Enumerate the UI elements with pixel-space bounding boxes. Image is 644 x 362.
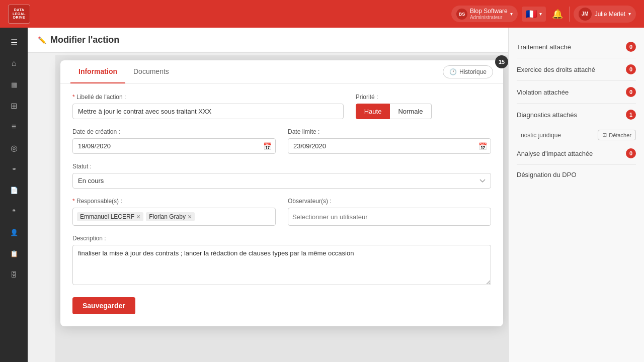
sidebar-item-calendar[interactable]: ▦	[5, 75, 24, 94]
date-creation-wrapper: 📅	[72, 138, 276, 154]
priorite-label: Priorité :	[356, 94, 491, 101]
description-label: Description :	[72, 235, 491, 242]
observateurs-search[interactable]	[292, 213, 487, 221]
responsables-label: * Responsable(s) :	[72, 198, 276, 205]
libelle-input[interactable]	[72, 104, 344, 119]
tag-graby-label: Florian Graby	[149, 213, 186, 220]
user-button[interactable]: JM Julie Merlet ▾	[574, 6, 636, 23]
tag-graby: Florian Graby ×	[146, 212, 195, 221]
logo-line3: DRIVE	[13, 16, 25, 20]
tag-lecerf: Emmanuel LECERF ×	[77, 212, 143, 221]
sidebar-item-quote[interactable]: ❝	[5, 202, 24, 221]
traitement-badge: 0	[626, 42, 636, 52]
section-diagnostics-wrapper: Diagnostics attachés 1 nostic juridique …	[517, 104, 636, 142]
sidebar-item-menu[interactable]: ☰	[5, 33, 24, 52]
form-group-responsables: * Responsable(s) : Emmanuel LECERF × Flo…	[72, 198, 276, 226]
sidebar-item-grid[interactable]: ⊞	[5, 96, 24, 115]
historique-button[interactable]: 🕐 Historique	[443, 65, 493, 78]
date-limite-wrapper: 📅	[288, 138, 491, 154]
logo-line1: DATA	[14, 8, 24, 12]
clock-icon: 🕐	[449, 68, 457, 75]
form-row-dates: Date de création : 📅 Date limite : 📅	[72, 128, 491, 154]
sidebar-item-circle[interactable]: ◎	[5, 138, 24, 157]
statut-label: Statut :	[72, 163, 491, 170]
nostic-row: nostic juridique ⊡ Détacher	[517, 126, 636, 142]
navbar-left: DATA LEGAL DRIVE	[8, 5, 30, 24]
analyse-badge: 0	[626, 148, 636, 158]
form-body: * Libellé de l'action : Priorité : Haute…	[60, 83, 503, 326]
org-button[interactable]: BS Blop Software Administrateur ▾	[451, 6, 518, 22]
form-row-responsables: * Responsable(s) : Emmanuel LECERF × Flo…	[72, 198, 491, 226]
dpo-label: Désignation du DPO	[517, 171, 577, 178]
content-area: ✏️ Modifier l'action ← Retour 15 Informa…	[28, 28, 644, 362]
tab-documents[interactable]: Documents	[125, 60, 177, 83]
form-group-observateurs: Observateur(s) :	[288, 198, 491, 226]
traitement-label: Traitement attaché	[517, 43, 571, 51]
org-initials: BS	[459, 12, 465, 17]
sidebar-item-link[interactable]: ⚭	[5, 159, 24, 178]
description-textarea[interactable]: finaliser la mise à jour des contrats ; …	[72, 245, 491, 285]
sidebar-item-list[interactable]: ≡	[5, 117, 24, 136]
violation-badge: 0	[626, 87, 636, 97]
flag-chevron: ▾	[539, 11, 542, 17]
org-name: Blop Software	[470, 8, 508, 15]
org-role: Administrateur	[470, 15, 502, 20]
navbar: DATA LEGAL DRIVE BS Blop Software Admini…	[0, 0, 644, 28]
libelle-label: * Libellé de l'action :	[72, 94, 344, 101]
tag-graby-remove[interactable]: ×	[188, 213, 192, 220]
responsables-input[interactable]: Emmanuel LECERF × Florian Graby ×	[72, 208, 276, 226]
form-group-description: Description : finaliser la mise à jour d…	[72, 235, 491, 287]
user-chevron: ▾	[628, 11, 631, 17]
date-creation-input[interactable]	[72, 138, 276, 154]
logo-line2: LEGAL	[13, 12, 26, 16]
date-limite-input[interactable]	[288, 138, 491, 154]
sidebar-item-home[interactable]: ⌂	[5, 54, 24, 73]
main-layout: ☰ ⌂ ▦ ⊞ ≡ ◎ ⚭ 📄 ❝ 👤 📋 🗄 ✏️ Modifier l'ac…	[0, 28, 644, 362]
sidebar-item-document[interactable]: 📄	[5, 180, 24, 200]
violation-label: Violation attachée	[517, 88, 569, 96]
sidebar-item-doc2[interactable]: 📋	[5, 244, 24, 263]
modal-history-badge: 15	[495, 55, 508, 68]
language-button[interactable]: 🇫🇷 ▾	[522, 7, 546, 22]
diagnostics-label: Diagnostics attachés	[517, 111, 577, 119]
page-title-row: ✏️ Modifier l'action	[38, 35, 119, 45]
right-panel: Traitement attaché 0 Exercice des droits…	[508, 28, 644, 362]
priority-normale-button[interactable]: Normale	[390, 104, 431, 119]
edit-icon: ✏️	[38, 36, 46, 44]
diagnostics-badge: 1	[626, 110, 636, 120]
required-star: *	[72, 94, 75, 101]
priority-haute-button[interactable]: Haute	[356, 104, 390, 119]
section-diagnostics: Diagnostics attachés 1	[517, 104, 636, 126]
user-name: Julie Merlet	[595, 11, 625, 18]
detach-button[interactable]: ⊡ Détacher	[598, 130, 636, 140]
section-violation: Violation attachée 0	[517, 81, 636, 104]
org-chevron: ▾	[510, 11, 513, 17]
observateurs-input[interactable]	[288, 208, 491, 226]
tag-lecerf-remove[interactable]: ×	[136, 213, 140, 220]
tabs: Information Documents 🕐 Historique	[60, 60, 503, 83]
notification-button[interactable]: 🔔	[550, 7, 565, 22]
flag-emoji: 🇫🇷	[526, 9, 537, 20]
sidebar-item-person[interactable]: 👤	[5, 223, 24, 242]
section-dpo: Désignation du DPO	[517, 165, 636, 185]
form-group-date-creation: Date de création : 📅	[72, 128, 276, 154]
page-title: Modifier l'action	[50, 35, 119, 45]
divider	[569, 7, 570, 22]
save-button[interactable]: Sauvegarder	[72, 297, 135, 314]
section-exercice: Exercice des droits attaché 0	[517, 58, 636, 81]
tab-information[interactable]: Information	[70, 60, 125, 83]
form-group-libelle: * Libellé de l'action :	[72, 94, 344, 119]
org-icon: BS	[456, 9, 467, 20]
exercice-label: Exercice des droits attaché	[517, 66, 595, 73]
statut-select[interactable]: En cours Terminé En attente Annulé	[72, 173, 491, 189]
tag-lecerf-label: Emmanuel LECERF	[80, 213, 134, 220]
sidebar-item-database[interactable]: 🗄	[5, 265, 24, 284]
nostic-label: nostic juridique	[521, 132, 561, 139]
form-row-statut: Statut : En cours Terminé En attente Ann…	[72, 163, 491, 189]
exercice-badge: 0	[626, 64, 636, 74]
analyse-label: Analyse d'impact attachée	[517, 150, 593, 157]
date-creation-label: Date de création :	[72, 128, 276, 135]
form-group-priorite: Priorité : Haute Normale	[356, 94, 491, 119]
section-analyse: Analyse d'impact attachée 0	[517, 142, 636, 165]
section-traitement: Traitement attaché 0	[517, 36, 636, 58]
